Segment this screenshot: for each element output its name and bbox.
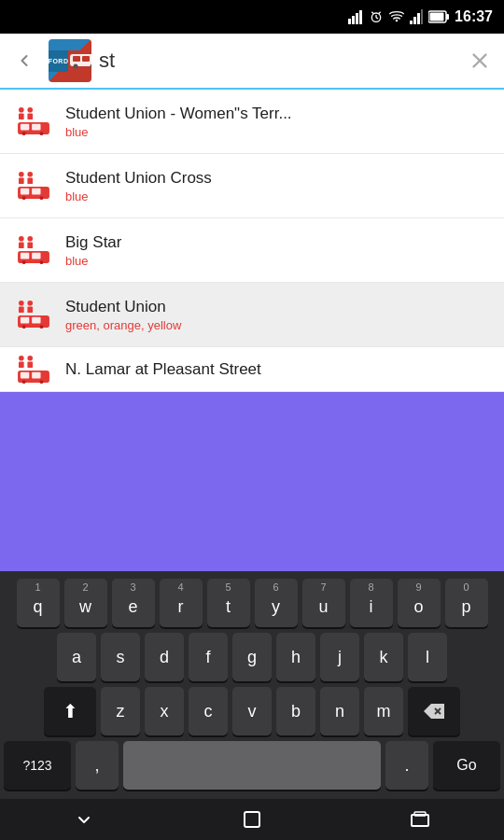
key-o[interactable]: 9 o bbox=[398, 579, 441, 627]
key-l[interactable]: l bbox=[408, 633, 447, 681]
suggestion-item[interactable]: Student Union Cross blue bbox=[0, 154, 504, 218]
suggestion-item[interactable]: Student Union green, orange, yellow bbox=[0, 283, 504, 347]
key-d[interactable]: d bbox=[145, 633, 184, 681]
key-x[interactable]: x bbox=[145, 687, 184, 735]
key-g[interactable]: g bbox=[232, 633, 272, 681]
suggestion-text: Student Union - Women"s Terr... blue bbox=[65, 105, 489, 139]
svg-rect-66 bbox=[32, 371, 40, 378]
shift-key[interactable]: ⬆ bbox=[44, 687, 96, 735]
suggestion-item[interactable]: Student Union - Women"s Terr... blue bbox=[0, 90, 504, 154]
period-key[interactable]: . bbox=[385, 741, 428, 790]
svg-rect-25 bbox=[19, 114, 24, 120]
search-input-container[interactable] bbox=[99, 34, 455, 88]
svg-rect-13 bbox=[421, 9, 423, 24]
key-h[interactable]: h bbox=[276, 633, 315, 681]
suggestion-item[interactable]: N. Lamar at Pleasant Street bbox=[0, 347, 504, 392]
svg-rect-45 bbox=[27, 243, 33, 249]
suggestion-text: Student Union green, orange, yellow bbox=[65, 298, 489, 332]
suggestion-name: N. Lamar at Pleasant Street bbox=[65, 360, 489, 379]
key-t[interactable]: 5 t bbox=[207, 579, 250, 627]
key-i[interactable]: 8 i bbox=[350, 579, 393, 627]
svg-point-26 bbox=[27, 107, 33, 113]
alarm-icon bbox=[369, 9, 384, 24]
keyboard: 1 q 2 w 3 e 4 r 5 t 6 y 7 u 8 i bbox=[0, 571, 504, 799]
time-display: 16:37 bbox=[455, 8, 493, 25]
nav-bar bbox=[0, 799, 504, 840]
signal-icon bbox=[348, 9, 363, 24]
suggestion-name: Student Union Cross bbox=[65, 169, 489, 188]
numbers-key[interactable]: ?123 bbox=[4, 741, 71, 790]
bus-stop-icon bbox=[16, 300, 51, 329]
key-u[interactable]: 7 u bbox=[302, 579, 345, 627]
key-j[interactable]: j bbox=[320, 633, 359, 681]
svg-rect-71 bbox=[245, 812, 259, 827]
key-a[interactable]: a bbox=[57, 633, 96, 681]
bus-stop-icon bbox=[16, 171, 51, 201]
svg-rect-47 bbox=[21, 253, 29, 259]
svg-rect-29 bbox=[21, 124, 29, 131]
bus-stop-icon-container bbox=[15, 103, 52, 140]
home-nav-button[interactable] bbox=[224, 799, 280, 840]
suggestion-item[interactable]: Big Star blue bbox=[0, 218, 504, 283]
svg-line-8 bbox=[379, 12, 381, 14]
key-f[interactable]: f bbox=[189, 633, 228, 681]
key-r[interactable]: 4 r bbox=[160, 579, 203, 627]
svg-rect-38 bbox=[21, 189, 29, 195]
svg-rect-65 bbox=[21, 371, 29, 378]
key-y[interactable]: 6 y bbox=[255, 579, 298, 627]
svg-rect-56 bbox=[21, 317, 29, 324]
bus-stop-icon-container bbox=[15, 231, 52, 269]
key-k[interactable]: k bbox=[364, 633, 403, 681]
keyboard-row-4: ?123 , . Go bbox=[4, 741, 500, 790]
space-key[interactable] bbox=[123, 741, 381, 790]
svg-point-41 bbox=[40, 196, 44, 200]
svg-rect-30 bbox=[32, 124, 40, 131]
svg-point-60 bbox=[19, 355, 24, 360]
bus-stop-icon-container bbox=[15, 351, 52, 388]
svg-rect-18 bbox=[73, 56, 80, 62]
bus-stop-icon bbox=[16, 355, 51, 385]
nav-recents-icon bbox=[409, 808, 431, 831]
svg-rect-48 bbox=[32, 253, 40, 259]
key-e[interactable]: 3 e bbox=[112, 579, 155, 627]
clear-button[interactable] bbox=[463, 44, 497, 77]
key-m[interactable]: m bbox=[364, 687, 403, 735]
svg-point-24 bbox=[19, 107, 24, 113]
svg-point-58 bbox=[22, 325, 26, 329]
key-w[interactable]: 2 w bbox=[64, 579, 107, 627]
bus-stop-icon bbox=[16, 106, 51, 136]
key-q[interactable]: 1 q bbox=[17, 579, 60, 627]
key-c[interactable]: c bbox=[189, 687, 228, 735]
back-nav-button[interactable] bbox=[56, 799, 112, 840]
backspace-key[interactable] bbox=[408, 687, 460, 735]
comma-key[interactable]: , bbox=[76, 741, 119, 790]
svg-point-68 bbox=[40, 380, 44, 384]
back-button[interactable] bbox=[7, 44, 41, 77]
go-key[interactable]: Go bbox=[433, 741, 500, 790]
svg-point-20 bbox=[74, 64, 78, 69]
key-n[interactable]: n bbox=[320, 687, 359, 735]
svg-rect-39 bbox=[32, 189, 40, 195]
key-z[interactable]: z bbox=[101, 687, 140, 735]
search-input[interactable] bbox=[99, 49, 455, 73]
svg-point-40 bbox=[22, 196, 26, 200]
network-icon bbox=[410, 9, 423, 24]
suggestions-list: Student Union - Women"s Terr... blue Stu… bbox=[0, 90, 504, 392]
key-v[interactable]: v bbox=[232, 687, 272, 735]
nav-home-icon bbox=[241, 808, 263, 831]
search-bar: OXFORD bbox=[0, 34, 504, 90]
key-b[interactable]: b bbox=[276, 687, 315, 735]
key-p[interactable]: 0 p bbox=[445, 579, 488, 627]
suggestion-routes: blue bbox=[65, 189, 489, 203]
svg-point-31 bbox=[22, 132, 26, 135]
svg-point-67 bbox=[22, 380, 26, 384]
recents-nav-button[interactable] bbox=[392, 799, 448, 840]
svg-rect-43 bbox=[19, 243, 24, 249]
svg-rect-11 bbox=[413, 17, 416, 24]
key-s[interactable]: s bbox=[101, 633, 140, 681]
bus-stop-icon-container bbox=[15, 296, 52, 333]
svg-rect-19 bbox=[82, 56, 90, 62]
background-spacer bbox=[0, 392, 504, 420]
svg-rect-15 bbox=[446, 14, 449, 20]
svg-point-59 bbox=[40, 325, 44, 329]
